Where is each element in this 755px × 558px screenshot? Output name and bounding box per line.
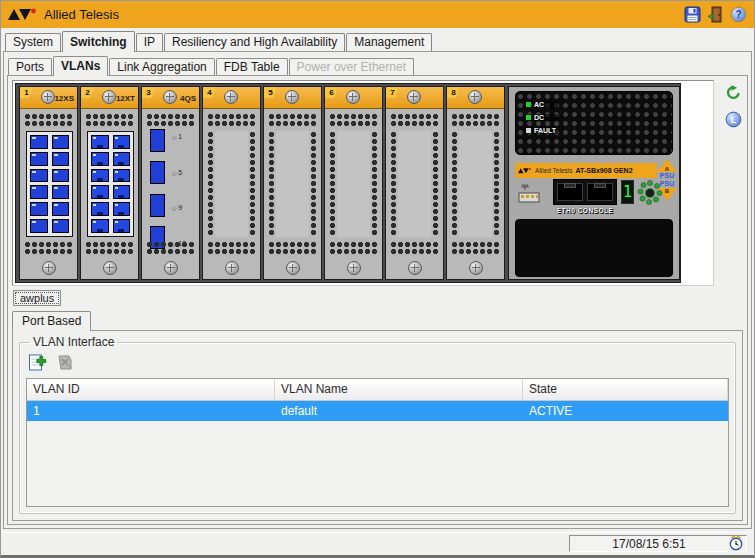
tab-vlans[interactable]: VLANs [53, 56, 108, 76]
vlan-toolbar [26, 351, 729, 378]
port[interactable] [30, 152, 48, 166]
tab-resiliency[interactable]: Resiliency and High Availability [164, 33, 345, 51]
device-brand: Allied Telesis [535, 167, 572, 174]
port[interactable] [52, 169, 70, 183]
cell-vlan-id: 1 [27, 401, 275, 421]
slot-header: 8 [447, 87, 504, 109]
cell-state: ACTIVE [523, 401, 728, 421]
port[interactable] [30, 219, 48, 233]
sub-tab-bar: Ports VLANs Link Aggregation FDB Table P… [4, 52, 751, 75]
port[interactable] [150, 129, 165, 152]
screw-icon [468, 90, 482, 104]
vent-grille [371, 131, 378, 237]
vent-grille [268, 241, 317, 255]
tab-link-aggregation[interactable]: Link Aggregation [109, 58, 214, 75]
port-label: 5 [172, 169, 186, 176]
vent-grille [451, 131, 458, 237]
port[interactable] [91, 219, 109, 233]
port[interactable] [91, 169, 109, 183]
tab-port-based[interactable]: Port Based [12, 311, 91, 331]
tab-system[interactable]: System [5, 33, 61, 51]
column-vlan-name[interactable]: VLAN Name [275, 379, 523, 400]
vlan-table: VLAN ID VLAN Name State 1 default ACTIVE [26, 378, 729, 507]
sfp-port-grid [26, 131, 73, 237]
port[interactable] [52, 202, 70, 216]
slot-header: 6 [325, 87, 382, 109]
tab-ports[interactable]: Ports [8, 58, 52, 75]
port[interactable] [52, 185, 70, 199]
logout-door-icon[interactable] [706, 6, 724, 24]
blank-plate [337, 131, 370, 237]
port[interactable] [113, 202, 131, 216]
tab-management[interactable]: Management [346, 33, 432, 51]
port[interactable] [91, 135, 109, 149]
vent-grille [249, 131, 256, 237]
port[interactable] [113, 219, 131, 233]
chassis-control-unit: AC DC FAULT Allied Telesis [508, 86, 680, 280]
slot-header: 2 12XT [81, 87, 138, 109]
usb-port-icon [517, 181, 543, 207]
tab-switching[interactable]: Switching [62, 31, 135, 52]
port[interactable] [113, 152, 131, 166]
port[interactable] [30, 185, 48, 199]
legend-icon[interactable]: L [725, 111, 742, 128]
vent-grille [24, 113, 73, 127]
chassis-slot-2: 2 12XT [80, 86, 139, 280]
vlan-interface-legend: VLAN Interface [30, 335, 117, 349]
help-icon[interactable]: ? [729, 6, 747, 24]
port[interactable] [52, 135, 70, 149]
port[interactable] [52, 152, 70, 166]
port[interactable] [150, 161, 165, 184]
blank-plate [276, 131, 309, 237]
table-row[interactable]: 1 default ACTIVE [27, 401, 728, 421]
help-glyph: ? [735, 9, 741, 20]
chassis-slot-8: 8 [446, 86, 505, 280]
slot-number: 1 [20, 87, 33, 98]
port[interactable] [91, 185, 109, 199]
tab-power-over-ethernet: Power over Ethernet [289, 58, 414, 75]
management-ports [553, 179, 617, 205]
slot-number: 2 [81, 87, 94, 98]
screw-icon [41, 90, 55, 104]
led-label: FAULT [534, 127, 556, 134]
add-vlan-icon[interactable] [28, 353, 48, 372]
port[interactable] [52, 219, 70, 233]
config-tab-bar: Port Based [12, 308, 743, 330]
config-area: Port Based VLAN Interface [12, 308, 743, 521]
screw-icon [103, 261, 117, 275]
column-state[interactable]: State [523, 379, 728, 400]
tab-ip[interactable]: IP [136, 33, 163, 51]
vlan-table-header: VLAN ID VLAN Name State [27, 379, 728, 401]
screw-icon [225, 261, 239, 275]
slot-header: 1 12XS [20, 87, 77, 109]
port[interactable] [113, 169, 131, 183]
stack-tab-awplus[interactable]: awplus [13, 290, 61, 306]
port[interactable] [113, 135, 131, 149]
vent-grille [329, 131, 336, 237]
device-panel-tools: L [722, 84, 744, 128]
device-model: AT-SBx908 GEN2 [575, 167, 632, 174]
table-empty-area [27, 421, 728, 506]
qsfp-port-column [150, 129, 165, 249]
port[interactable] [30, 202, 48, 216]
chassis-slot-7: 7 [385, 86, 444, 280]
vent-grille [432, 131, 439, 237]
port[interactable] [91, 202, 109, 216]
vent-grille [85, 113, 134, 127]
tab-fdb-table[interactable]: FDB Table [216, 58, 288, 75]
slot-header: 5 [264, 87, 321, 109]
port[interactable] [30, 169, 48, 183]
psu-a-arrow-icon: A [657, 159, 677, 172]
column-vlan-id[interactable]: VLAN ID [27, 379, 275, 400]
rj45-port-grid [87, 131, 134, 237]
port[interactable] [113, 185, 131, 199]
clock-icon[interactable] [728, 536, 744, 551]
port[interactable] [30, 135, 48, 149]
vlan-interface-group: VLAN Interface [19, 335, 736, 514]
refresh-icon[interactable] [725, 84, 742, 101]
save-icon[interactable] [683, 6, 701, 24]
datetime-text: 17/08/15 6:51 [570, 537, 728, 551]
port[interactable] [91, 152, 109, 166]
port[interactable] [150, 194, 165, 217]
module-label: 4QS [180, 94, 196, 103]
